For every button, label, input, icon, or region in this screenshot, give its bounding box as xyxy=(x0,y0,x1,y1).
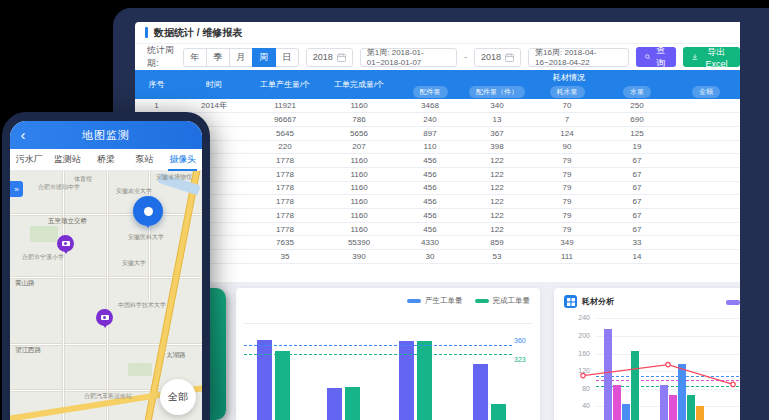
bar-series-0 xyxy=(660,385,668,420)
table-cell xyxy=(672,154,740,168)
phone-frame: ‹ 地图监测 污水厂监测站桥梁泵站摄像头 合肥市琥珀中学 体育馆 安徽农业大学 … xyxy=(2,112,210,420)
table-row: 177811604561227967 xyxy=(135,195,740,209)
table-cell xyxy=(672,181,740,195)
period-option[interactable]: 日 xyxy=(275,48,299,67)
map-road xyxy=(62,171,65,420)
table-cell: 67 xyxy=(602,181,672,195)
chevron-right-icon[interactable]: » xyxy=(10,181,23,197)
phone-tab-污水厂[interactable]: 污水厂 xyxy=(10,149,48,170)
start-week-value: 第1周: 2018-01-01~2018-01-07 xyxy=(367,47,450,67)
table-cell: 340 xyxy=(462,99,532,113)
chart-title-icon xyxy=(564,295,577,308)
table-cell: 7 xyxy=(532,113,602,127)
table-row: 177811604561227967 xyxy=(135,209,740,223)
sub-col-header: 金额 xyxy=(672,85,740,99)
table-cell: 690 xyxy=(602,113,672,127)
table-cell xyxy=(672,236,740,250)
table-cell: 14 xyxy=(602,250,672,264)
table-cell: 1160 xyxy=(320,99,398,113)
location-pin-selected[interactable] xyxy=(133,196,163,226)
period-option[interactable]: 月 xyxy=(229,48,253,67)
phone-screen: ‹ 地图监测 污水厂监测站桥梁泵站摄像头 合肥市琥珀中学 体育馆 安徽农业大学 … xyxy=(10,121,202,420)
table-cell xyxy=(672,222,740,236)
table-cell: 786 xyxy=(320,113,398,127)
legend-label: 产生工单量 xyxy=(425,296,463,306)
table-cell: 398 xyxy=(462,140,532,154)
end-week-range[interactable]: 第16周: 2018-04-16~2018-04-22 xyxy=(528,48,629,67)
query-button-label: 查询 xyxy=(654,44,667,70)
camera-icon xyxy=(101,315,109,320)
legend-swatch[interactable] xyxy=(726,300,740,305)
start-year-picker[interactable]: 2018 xyxy=(306,48,353,67)
col-header: 序号 xyxy=(135,70,178,99)
end-week-value: 第16周: 2018-04-16~2018-04-22 xyxy=(535,47,622,67)
period-option[interactable]: 年 xyxy=(183,48,207,67)
map-label: 五里墩立交桥 xyxy=(48,217,87,226)
table-cell: 79 xyxy=(532,154,602,168)
bar-产生工单量 xyxy=(327,388,342,420)
y-axis-tick: 240 xyxy=(554,314,590,321)
table-cell: 456 xyxy=(398,154,462,168)
map-label: 望江西路 xyxy=(15,346,41,355)
bar-完成工单量 xyxy=(275,351,290,420)
table-cell: 35 xyxy=(250,250,320,264)
start-week-range[interactable]: 第1周: 2018-01-01~2018-01-07 xyxy=(360,48,457,67)
bar-series-2 xyxy=(678,364,686,420)
table-cell: 19 xyxy=(602,140,672,154)
group-col-header: 耗材情况 xyxy=(398,70,740,85)
breadcrumb: 数据统计 / 维修报表 xyxy=(135,22,740,44)
consumable-chart-card: 耗材分析 2402001601208040 xyxy=(554,288,740,420)
phone-tab-泵站[interactable]: 泵站 xyxy=(125,149,163,170)
camera-icon xyxy=(62,241,70,246)
map-label: 合肥汽车客运南站 xyxy=(84,392,132,401)
export-excel-button[interactable]: 导出Excel xyxy=(683,47,740,67)
table-cell: 1160 xyxy=(320,209,398,223)
table-cell: 1778 xyxy=(250,167,320,181)
map-view[interactable]: 合肥市琥珀中学 体育馆 安徽农业大学 安徽省博物馆 五里墩立交桥 安徽医科大学 … xyxy=(10,171,202,420)
table-row: 177811604561227967 xyxy=(135,154,740,168)
col-header: 时间 xyxy=(178,70,250,99)
calendar-icon xyxy=(337,53,346,62)
reference-line-label: 360 xyxy=(514,337,538,344)
reference-line: 323 xyxy=(244,354,512,355)
phone-tab-监测站[interactable]: 监测站 xyxy=(48,149,86,170)
chart-title: 耗材分析 xyxy=(582,296,614,307)
camera-marker[interactable] xyxy=(57,235,74,252)
calendar-icon xyxy=(505,53,514,62)
table-cell: 7635 xyxy=(250,236,320,250)
sub-col-pill: 耗水量 xyxy=(550,86,585,98)
table-cell: 456 xyxy=(398,209,462,223)
table-cell: 124 xyxy=(532,126,602,140)
phone-tab-摄像头[interactable]: 摄像头 xyxy=(164,149,202,170)
legend-item[interactable]: 完成工单量 xyxy=(475,296,531,306)
table-row: 177811604561227967 xyxy=(135,222,740,236)
table-cell: 33 xyxy=(602,236,672,250)
sub-col-header: 耗水量 xyxy=(532,85,602,99)
camera-marker[interactable] xyxy=(96,309,113,326)
table-cell: 1160 xyxy=(320,181,398,195)
table-cell: 1778 xyxy=(250,222,320,236)
phone-tab-桥梁[interactable]: 桥梁 xyxy=(87,149,125,170)
map-road xyxy=(106,171,109,420)
sub-col-pill: 水量 xyxy=(623,86,651,98)
query-button[interactable]: 查询 xyxy=(636,47,676,67)
end-year-picker[interactable]: 2018 xyxy=(474,48,521,67)
phone-tab-label: 监测站 xyxy=(53,149,82,171)
period-option[interactable]: 季 xyxy=(206,48,230,67)
map-park xyxy=(30,226,58,242)
filter-bar: 统计周期: 年季月周日 2018 第1周: 2018-01-01~2018-01… xyxy=(135,44,740,70)
y-axis-tick: 200 xyxy=(554,332,590,339)
table-cell: 1160 xyxy=(320,154,398,168)
table-cell: 456 xyxy=(398,195,462,209)
map-label: 安徽大学 xyxy=(122,259,146,268)
table-cell xyxy=(672,113,740,127)
back-icon[interactable]: ‹ xyxy=(10,122,36,148)
period-option[interactable]: 周 xyxy=(252,48,276,67)
gridline xyxy=(596,318,740,319)
map-label: 安徽省博物馆 xyxy=(156,173,192,182)
legend-item[interactable]: 产生工单量 xyxy=(407,296,463,306)
bar-完成工单量 xyxy=(345,387,360,420)
all-filter-button[interactable]: 全部 xyxy=(160,379,196,415)
table-cell: 122 xyxy=(462,167,532,181)
average-row: 平均值35390305311114 xyxy=(135,250,740,264)
